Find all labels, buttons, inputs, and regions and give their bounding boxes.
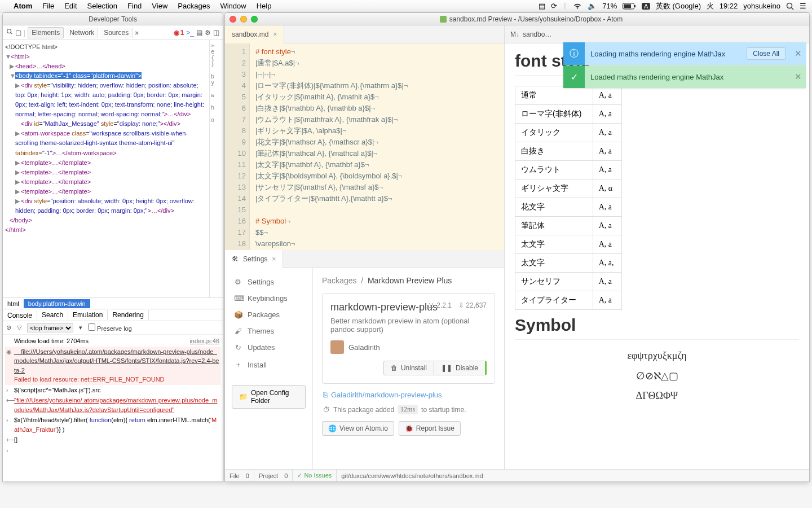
user-name[interactable]: yohsukeino xyxy=(743,2,780,10)
tab-network[interactable]: Network xyxy=(66,28,98,38)
uninstall-button[interactable]: 🗑Uninstall xyxy=(383,361,434,375)
repo-icon: ⎘ xyxy=(323,391,328,399)
close-button[interactable] xyxy=(230,16,236,23)
device-icon[interactable]: ▢ xyxy=(15,29,21,37)
menu-icon[interactable]: ☰ xyxy=(800,2,806,10)
status-project[interactable]: Project 0 xyxy=(254,470,293,481)
dock-icon[interactable]: ◫ xyxy=(213,29,219,37)
menu-edit[interactable]: Edit xyxy=(64,2,77,10)
console-controls: ⊘ ▽ <top frame> ▾ Preserve log xyxy=(3,321,223,335)
filter-icon[interactable]: ▽ xyxy=(17,324,21,331)
file-icon xyxy=(440,16,447,23)
paint-icon: 🖌 xyxy=(234,327,242,335)
status-bar: File 0 Project 0 ✓ No Issues git/duxca/c… xyxy=(225,469,809,481)
volume-icon[interactable]: 🔈 xyxy=(588,2,597,10)
drawer-tabs: Console Search Emulation Rendering xyxy=(3,309,223,321)
tab-elements[interactable]: Elements xyxy=(28,27,64,38)
close-icon[interactable]: × xyxy=(273,30,277,38)
downloads: ⇩ 22,637 xyxy=(458,301,487,309)
status-file[interactable]: File 0 xyxy=(225,470,254,481)
menu-view[interactable]: View xyxy=(152,2,167,10)
preview-tab[interactable]: M↓sandbo… xyxy=(505,25,557,43)
atom-window: sandbox.md Preview - /Users/yohsukeino/D… xyxy=(224,12,810,482)
bluetooth-icon[interactable]: ᛒ xyxy=(563,2,567,10)
nav-themes[interactable]: 🖌Themes xyxy=(225,323,312,339)
drawer-console[interactable]: Console xyxy=(3,309,37,321)
console-input[interactable] xyxy=(14,446,219,456)
sync-icon: ↻ xyxy=(234,343,242,352)
menu-selection[interactable]: Selection xyxy=(87,2,117,10)
styles-pane[interactable]: »e{}bywho xyxy=(209,40,223,297)
dom-tree[interactable]: <!DOCTYPE html> ▼<html> ▶<head>…</head> … xyxy=(3,40,209,297)
report-issue-button[interactable]: 🐞Report Issue xyxy=(399,421,461,436)
regex-icon[interactable]: ▾ xyxy=(79,324,82,331)
search-icon[interactable] xyxy=(6,28,13,37)
macos-menubar: Atom File Edit Selection Find View Packa… xyxy=(0,0,812,12)
drawer-icon[interactable]: ▤ xyxy=(196,29,202,37)
nav-keybindings[interactable]: ⌨Keybindings xyxy=(225,290,312,306)
sync-icon[interactable]: ⟳ xyxy=(551,2,557,10)
disable-button[interactable]: ❚❚Disable xyxy=(434,361,487,375)
nav-updates[interactable]: ↻Updates xyxy=(225,339,312,356)
console-toggle-icon[interactable]: >_ xyxy=(186,29,194,37)
menu-find[interactable]: Find xyxy=(127,2,142,10)
crumb-html[interactable]: html xyxy=(3,299,24,308)
status-issues[interactable]: ✓ No Issues xyxy=(293,470,337,481)
nav-install[interactable]: ＋Install xyxy=(225,356,312,374)
clear-icon[interactable]: ⊘ xyxy=(6,324,11,331)
package-author[interactable]: Galadirith xyxy=(330,340,487,354)
open-config-button[interactable]: 📁Open Config Folder xyxy=(232,385,306,409)
folder-icon: 📁 xyxy=(239,393,248,401)
ime-status[interactable]: A 英数 (Google) xyxy=(642,1,701,11)
close-icon[interactable]: ✕ xyxy=(790,49,806,59)
nav-packages[interactable]: 📦Packages xyxy=(225,306,312,323)
minimize-button[interactable] xyxy=(240,16,247,23)
drawer-rendering[interactable]: Rendering xyxy=(108,310,148,320)
svg-point-3 xyxy=(787,3,792,8)
body-element[interactable]: ▼<body tabindex="-1" class="platform-dar… xyxy=(5,71,207,81)
repo-link[interactable]: ⎘Galadirith/markdown-preview-plus xyxy=(323,391,494,399)
status-icon[interactable]: ▤ xyxy=(539,2,545,10)
console[interactable]: Window load time: 2704msindex.js:46 ◉ fi… xyxy=(3,335,223,481)
clock[interactable]: 火 19:22 xyxy=(707,1,738,11)
crumb-body[interactable]: body.platform-darwin xyxy=(24,299,90,308)
settings-main: Packages / Markdown Preview Plus markdow… xyxy=(313,268,504,469)
tab-settings[interactable]: 🛠Settings× xyxy=(225,250,283,268)
menu-app[interactable]: Atom xyxy=(14,2,32,10)
text-editor[interactable]: 123456789101112131415161718 # font style… xyxy=(225,43,504,250)
zoom-button[interactable] xyxy=(251,16,258,23)
menu-window[interactable]: Window xyxy=(220,2,246,10)
drawer-emulation[interactable]: Emulation xyxy=(68,310,108,320)
status-path[interactable]: git/duxca/com/www/htdocs/note/others/san… xyxy=(337,470,487,481)
preview-pane[interactable]: M↓sandbo… font style 通常A, aローマ字(非斜体)A, a… xyxy=(505,25,809,469)
close-icon[interactable]: ✕ xyxy=(790,72,806,82)
symbol-line: ΔΓΘΩΦΨ xyxy=(515,390,799,402)
info-icon: ⓘ xyxy=(563,42,585,65)
preview-heading: Symbol xyxy=(515,316,799,340)
code-area[interactable]: # font style¬|通常|$A,a$|¬|--|--|¬|ローマ字(非斜… xyxy=(250,43,504,250)
settings-icon[interactable]: ⚙ xyxy=(205,29,211,37)
spotlight-icon[interactable] xyxy=(786,2,794,10)
nav-settings[interactable]: ⚙Settings xyxy=(225,274,312,290)
tab-sources[interactable]: Sources xyxy=(100,28,133,38)
tabs-more[interactable]: » xyxy=(135,29,139,37)
wifi-icon[interactable] xyxy=(573,3,582,10)
menu-file[interactable]: File xyxy=(42,2,54,10)
menu-packages[interactable]: Packages xyxy=(178,2,210,10)
plus-icon: ＋ xyxy=(234,360,242,370)
markdown-icon: M↓ xyxy=(510,30,519,38)
startup-time: ⏱This package added 12ms to startup time… xyxy=(323,405,494,414)
error-count[interactable]: ◉ 1 xyxy=(174,29,184,37)
preserve-log[interactable]: Preserve log xyxy=(88,323,132,332)
menu-help[interactable]: Help xyxy=(257,2,272,10)
drawer-search[interactable]: Search xyxy=(37,310,68,320)
bug-icon: 🐞 xyxy=(405,424,413,432)
view-atomio-button[interactable]: 🌐View on Atom.io xyxy=(322,421,394,436)
close-all-button[interactable]: Close All xyxy=(747,47,785,60)
tab-sandbox[interactable]: sandbox.md× xyxy=(225,25,284,43)
battery-status[interactable]: 71% xyxy=(602,2,636,10)
notification-success: ✓ Loaded maths rendering engine MathJax … xyxy=(563,65,806,88)
notifications: ⓘ Loading maths rendering engine MathJax… xyxy=(563,42,806,89)
frame-select[interactable]: <top frame> xyxy=(27,323,73,332)
close-icon[interactable]: × xyxy=(272,255,276,263)
